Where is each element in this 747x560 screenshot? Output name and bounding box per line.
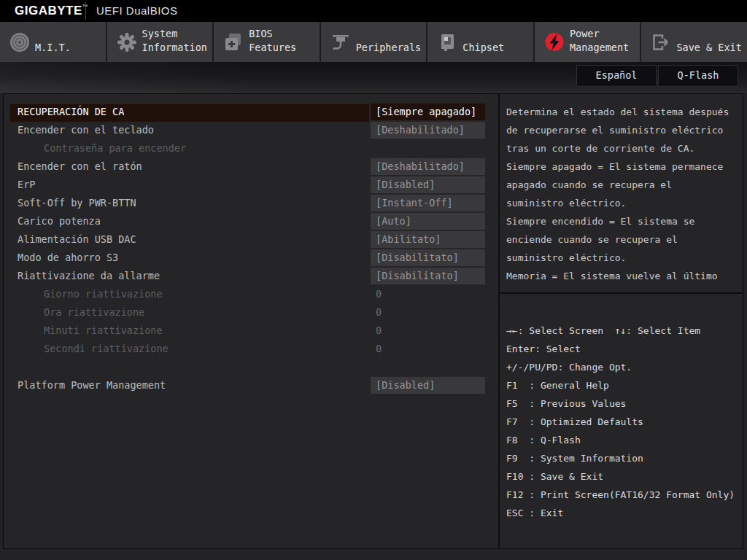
topbar-divider bbox=[85, 2, 86, 20]
setting-label: Encender con el ratón bbox=[18, 160, 142, 172]
tab-power-management[interactable]: Power Management bbox=[535, 22, 640, 62]
keybinding-line: F7 : Optimized Defaults bbox=[506, 413, 740, 431]
chipset-icon bbox=[436, 31, 458, 53]
setting-label: Secondi riattivazione bbox=[44, 343, 169, 354]
setting-row[interactable]: Encender con el ratón[Deshabilitado] bbox=[4, 158, 498, 176]
setting-label: Carico potenza bbox=[18, 215, 101, 227]
gear-icon bbox=[116, 31, 138, 53]
setting-row[interactable]: Encender con el teclado[Deshabilitado] bbox=[4, 121, 498, 139]
help-line: Memoria = El sistema vuelve al último bbox=[506, 267, 740, 285]
help-line: suministro eléctrico. bbox=[506, 194, 740, 212]
setting-label: ErP bbox=[18, 179, 35, 190]
setting-value[interactable]: [Disabled] bbox=[371, 377, 485, 394]
keybindings: →←: Select Screen ↑↓: Select ItemEnter: … bbox=[506, 322, 740, 522]
tab-label: Save & Exit bbox=[676, 41, 741, 55]
keybinding-line: ESC : Exit bbox=[506, 504, 740, 522]
setting-value[interactable]: [Siempre apagado] bbox=[371, 104, 485, 120]
setting-row[interactable]: Secondi riattivazione0 bbox=[4, 340, 498, 358]
setting-value[interactable]: 0 bbox=[371, 322, 485, 339]
setting-value[interactable]: [Deshabilitado] bbox=[371, 158, 485, 175]
setting-row[interactable]: Alimentación USB DAC[Abilitato] bbox=[4, 230, 498, 249]
bios-screen: GIGABYTE™ UEFI DualBIOS M.I.T.System Inf… bbox=[0, 0, 747, 560]
help-line: suministro eléctrico. bbox=[506, 249, 740, 267]
tab-m-i-t[interactable]: M.I.T. bbox=[0, 22, 106, 62]
setting-row[interactable]: Riattivazione da allarme[Disabilitato] bbox=[4, 267, 498, 285]
setting-label: Soft-Off by PWR-BTTN bbox=[18, 197, 136, 209]
setting-label: Modo de ahorro S3 bbox=[18, 252, 118, 263]
tab-label: BIOS Features bbox=[249, 27, 296, 55]
setting-row[interactable]: Giorno riattivazione0 bbox=[4, 285, 498, 303]
gigabyte-logo: GIGABYTE™ bbox=[15, 4, 88, 18]
setting-value[interactable]: [Instant-Off] bbox=[371, 195, 485, 211]
tab-label: M.I.T. bbox=[35, 41, 71, 55]
mit-icon bbox=[9, 31, 31, 53]
setting-value[interactable]: 0 bbox=[371, 341, 485, 357]
help-line: apagado cuando se recupera el bbox=[506, 176, 740, 194]
setting-label: Contraseña para encender bbox=[44, 142, 186, 154]
keybinding-line: F8 : Q-Flash bbox=[506, 431, 740, 449]
setting-row[interactable]: RECUPERACIÓN DE CA[Siempre apagado] bbox=[4, 103, 498, 121]
setting-value[interactable]: [Disabled] bbox=[371, 176, 485, 193]
setting-label: RECUPERACIÓN DE CA bbox=[18, 106, 124, 117]
setting-label: Riattivazione da allarme bbox=[18, 270, 160, 281]
keybinding-line: F5 : Previous Values bbox=[506, 394, 740, 413]
setting-value[interactable]: [Auto] bbox=[371, 213, 485, 230]
qflash-button[interactable]: Q-Flash bbox=[658, 65, 738, 85]
help-text: Determina el estado del sistema despuésd… bbox=[506, 103, 740, 285]
tab-bar: M.I.T.System InformationBIOS FeaturesPer… bbox=[0, 22, 747, 62]
setting-value[interactable]: 0 bbox=[371, 286, 485, 303]
tab-label: Chipset bbox=[462, 41, 504, 55]
tab-peripherals[interactable]: Peripherals bbox=[321, 22, 427, 62]
toolbar: Español Q-Flash bbox=[0, 62, 747, 93]
keybinding-line: F10 : Save & Exit bbox=[506, 467, 740, 486]
help-divider bbox=[500, 292, 743, 294]
setting-row[interactable]: Soft-Off by PWR-BTTN[Instant-Off] bbox=[4, 194, 498, 212]
chip-plus-icon bbox=[222, 31, 244, 53]
help-line: Determina el estado del sistema después bbox=[506, 103, 740, 121]
setting-row[interactable]: Modo de ahorro S3[Disabilitato] bbox=[4, 249, 498, 267]
setting-value[interactable]: [Abilitato] bbox=[371, 231, 485, 248]
help-line: Siempre apagado = El sistema permanece bbox=[506, 158, 740, 176]
help-line: enciende cuando se recupera el bbox=[506, 230, 740, 249]
setting-row[interactable]: Minuti riattivazione0 bbox=[4, 322, 498, 340]
keybinding-line: F1 : General Help bbox=[506, 376, 740, 394]
keybinding-line: F12 : Print Screen(FAT16/32 Format Only) bbox=[506, 486, 740, 504]
settings-list: RECUPERACIÓN DE CA[Siempre apagado]Encen… bbox=[4, 94, 498, 548]
tab-label: Peripherals bbox=[356, 41, 421, 55]
setting-label: Alimentación USB DAC bbox=[18, 233, 136, 245]
setting-row[interactable]: Carico potenza[Auto] bbox=[4, 212, 498, 230]
help-line: Siempre encendido = El sistema se bbox=[506, 212, 740, 230]
help-panel: Determina el estado del sistema despuésd… bbox=[498, 94, 743, 548]
setting-row[interactable]: Contraseña para encender bbox=[4, 139, 498, 158]
help-line: de recuperarse el suministro eléctrico bbox=[506, 121, 740, 139]
setting-row[interactable]: Platform Power Management[Disabled] bbox=[4, 376, 498, 394]
language-button[interactable]: Español bbox=[576, 65, 657, 85]
setting-value[interactable]: 0 bbox=[371, 304, 485, 321]
setting-label: Platform Power Management bbox=[18, 379, 166, 391]
tab-chipset[interactable]: Chipset bbox=[427, 22, 533, 62]
keybinding-line: +/-/PU/PD: Change Opt. bbox=[506, 358, 740, 376]
setting-value[interactable]: [Disabilitato] bbox=[371, 268, 485, 284]
settings-spacer bbox=[4, 358, 498, 376]
tab-label: Power Management bbox=[570, 27, 629, 55]
tab-bios-features[interactable]: BIOS Features bbox=[214, 22, 320, 62]
exit-icon bbox=[650, 31, 672, 53]
setting-row[interactable]: ErP[Disabled] bbox=[4, 176, 498, 194]
setting-row[interactable]: Ora riattivazione0 bbox=[4, 303, 498, 322]
help-line: tras un corte de corriente de CA. bbox=[506, 139, 740, 158]
keybinding-line: F9 : System Information bbox=[506, 449, 740, 467]
keybinding-line: →←: Select Screen ↑↓: Select Item bbox=[506, 322, 740, 340]
setting-value[interactable]: [Disabilitato] bbox=[371, 249, 485, 266]
tab-save-exit[interactable]: Save & Exit bbox=[641, 22, 747, 62]
setting-value[interactable]: [Deshabilitado] bbox=[371, 122, 485, 139]
setting-label: Minuti riattivazione bbox=[44, 324, 163, 336]
setting-label: Encender con el teclado bbox=[18, 124, 154, 136]
tab-system-information[interactable]: System Information bbox=[107, 22, 213, 62]
peripherals-icon bbox=[330, 31, 352, 53]
tab-label: System Information bbox=[142, 27, 207, 55]
setting-label: Ora riattivazione bbox=[44, 306, 144, 318]
top-bar: GIGABYTE™ UEFI DualBIOS bbox=[0, 0, 747, 22]
page-title: UEFI DualBIOS bbox=[96, 4, 178, 17]
power-bolt-icon bbox=[543, 31, 565, 53]
setting-label: Giorno riattivazione bbox=[44, 288, 163, 300]
